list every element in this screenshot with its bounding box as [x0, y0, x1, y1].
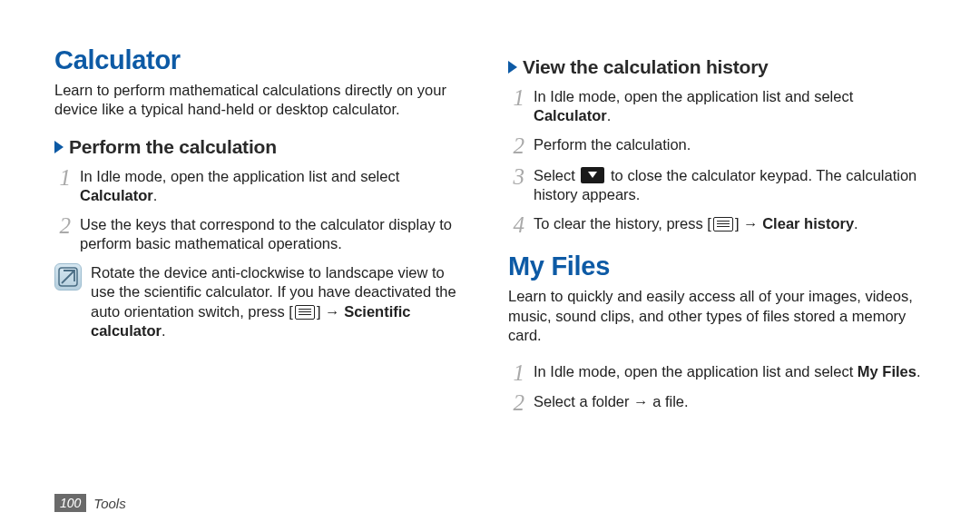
chevron-right-icon	[508, 61, 517, 74]
heading-my-files: My Files	[508, 251, 926, 281]
text: .	[916, 363, 921, 379]
dropdown-icon	[581, 167, 604, 183]
step-number: 2	[508, 392, 524, 414]
subhead-text: View the calculation history	[523, 56, 769, 78]
subhead-perform-calculation: Perform the calculation	[54, 136, 472, 158]
menu-icon	[713, 217, 733, 232]
step-body: Use the keys that correspond to the calc…	[80, 215, 472, 254]
step-2: 2 Select a folder → a file.	[508, 392, 926, 414]
my-files-intro: Learn to quickly and easily access all o…	[508, 287, 926, 345]
text: ] →	[735, 215, 762, 232]
menu-item-clear-history: Clear history	[762, 215, 854, 232]
step-1: 1 In Idle mode, open the application lis…	[508, 362, 926, 384]
text: .	[162, 322, 166, 339]
step-number: 1	[54, 167, 71, 206]
text: Select	[534, 167, 579, 183]
step-3: 3 Select to close the calculator keypad.…	[508, 166, 926, 205]
text: .	[607, 107, 612, 123]
left-column: Calculator Learn to perform mathematical…	[54, 45, 472, 523]
step-2: 2 Perform the calculation.	[508, 135, 926, 157]
app-name-calculator: Calculator	[534, 107, 607, 123]
section-label: Tools	[93, 496, 125, 511]
chevron-right-icon	[54, 141, 64, 153]
page-number: 100	[54, 494, 86, 512]
step-body: In Idle mode, open the application list …	[80, 167, 472, 206]
note-icon	[54, 263, 82, 291]
step-body: To clear the history, press [] → Clear h…	[534, 214, 926, 236]
app-name-calculator: Calculator	[80, 187, 153, 203]
step-number: 1	[508, 362, 524, 384]
manual-page: Calculator Learn to perform mathematical…	[0, 0, 980, 532]
step-number: 2	[508, 135, 524, 157]
step-body: Select to close the calculator keypad. T…	[534, 166, 926, 205]
heading-calculator: Calculator	[54, 45, 472, 75]
step-body: In Idle mode, open the application list …	[534, 362, 926, 384]
app-name-my-files: My Files	[858, 363, 916, 379]
step-1: 1 In Idle mode, open the application lis…	[508, 87, 926, 126]
step-number: 3	[508, 166, 524, 205]
subhead-text: Perform the calculation	[69, 136, 277, 158]
right-column: View the calculation history 1 In Idle m…	[508, 45, 926, 523]
svg-line-1	[62, 271, 74, 283]
text: .	[153, 187, 158, 203]
text: To clear the history, press [	[534, 215, 711, 232]
step-number: 2	[54, 215, 71, 254]
menu-icon	[295, 305, 315, 320]
text: ] →	[317, 303, 344, 320]
step-number: 1	[508, 87, 524, 126]
calculator-intro: Learn to perform mathematical calculatio…	[54, 81, 472, 120]
text: In Idle mode, open the application list …	[534, 88, 853, 104]
page-footer: 100 Tools	[54, 494, 126, 512]
text: In Idle mode, open the application list …	[80, 168, 399, 184]
step-body: In Idle mode, open the application list …	[534, 87, 926, 126]
step-4: 4 To clear the history, press [] → Clear…	[508, 214, 926, 236]
text: .	[854, 215, 858, 232]
subhead-view-history: View the calculation history	[508, 56, 926, 78]
note-body: Rotate the device anti-clockwise to land…	[91, 263, 472, 341]
step-body: Select a folder → a file.	[534, 392, 926, 414]
step-body: Perform the calculation.	[534, 135, 926, 157]
step-number: 4	[508, 214, 524, 236]
note-scientific-calculator: Rotate the device anti-clockwise to land…	[54, 263, 472, 341]
step-1: 1 In Idle mode, open the application lis…	[54, 167, 472, 206]
text: In Idle mode, open the application list …	[534, 363, 858, 379]
step-2: 2 Use the keys that correspond to the ca…	[54, 215, 472, 254]
